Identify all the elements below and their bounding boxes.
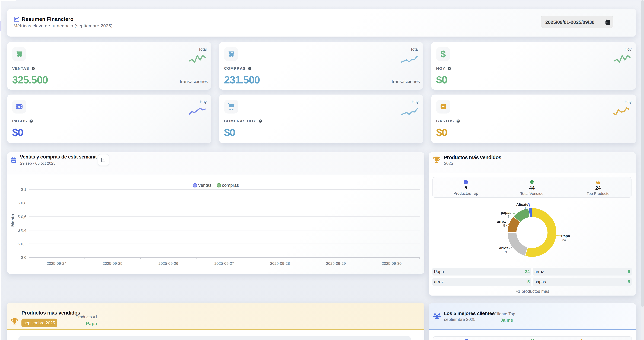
svg-text:2025-09-30: 2025-09-30 [382,261,402,266]
svg-text:papas: papas [501,211,512,215]
svg-text:2025-09-26: 2025-09-26 [158,261,178,266]
svg-text:$ 0,8: $ 0,8 [18,201,26,205]
svg-text:$ 0,4: $ 0,4 [18,228,26,233]
svg-text:2025-09-27: 2025-09-27 [214,261,234,266]
svg-text:2025-09-24: 2025-09-24 [47,261,67,266]
svg-text:2025-09-29: 2025-09-29 [326,261,346,266]
svg-text:24: 24 [562,238,566,242]
svg-text:arroz: arroz [499,246,508,250]
svg-text:2025-09-28: 2025-09-28 [270,261,290,266]
svg-text:$ 0,6: $ 0,6 [18,215,26,219]
svg-text:5: 5 [503,224,505,227]
svg-text:Monto: Monto [10,214,15,227]
svg-text:$ 1: $ 1 [21,187,26,192]
svg-text:9: 9 [505,250,507,254]
svg-text:Alicate: Alicate [516,202,528,206]
svg-text:2025-09-25: 2025-09-25 [103,261,122,266]
svg-text:$ 0: $ 0 [21,255,26,260]
svg-text:$ 0,2: $ 0,2 [18,242,26,246]
svg-text:arroz: arroz [497,219,506,223]
svg-text:1: 1 [524,207,526,210]
svg-text:5: 5 [508,215,510,218]
svg-text:Papa: Papa [561,234,570,238]
